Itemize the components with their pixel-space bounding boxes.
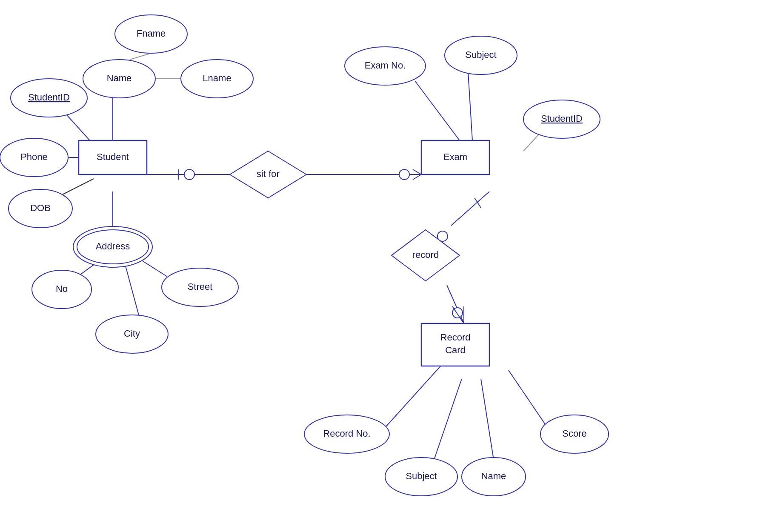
attr-address-label: Address <box>96 241 130 252</box>
line-dob-student <box>62 179 94 195</box>
attr-studentid-student-label: StudentID <box>28 92 70 103</box>
attr-name-rc-label: Name <box>481 471 506 481</box>
attr-dob-label: DOB <box>30 203 51 213</box>
circle1-student-sitfor <box>184 169 194 180</box>
attr-name-label: Name <box>107 73 132 83</box>
attr-fname-label: Fname <box>137 28 166 39</box>
line-city-address <box>126 266 140 321</box>
relation-sit-for-label: sit for <box>257 169 280 179</box>
attr-no-label: No <box>56 283 68 294</box>
line-street-address <box>140 260 167 277</box>
line-score-rc <box>509 370 549 430</box>
entity-rc-label1: Record <box>440 332 471 343</box>
line-examno-exam <box>415 81 460 140</box>
entity-student-label: Student <box>97 152 129 162</box>
line-subject-rc <box>434 379 462 460</box>
entity-rc-label2: Card <box>445 345 466 355</box>
attr-subject-rc-label: Subject <box>406 471 437 481</box>
line-name-rc <box>481 379 494 460</box>
attr-street-label: Street <box>188 281 213 292</box>
attr-lname-label: Lname <box>203 73 231 83</box>
attr-record-no-label: Record No. <box>323 428 370 439</box>
attr-exam-no-label: Exam No. <box>365 60 406 71</box>
line-exam-record1 <box>451 192 489 226</box>
entity-exam-label: Exam <box>443 152 467 162</box>
line-fname-name <box>130 53 151 60</box>
crow1 <box>413 169 421 174</box>
attr-phone-label: Phone <box>20 152 48 162</box>
line-recordno-rc <box>383 364 443 430</box>
attr-city-label: City <box>124 328 140 339</box>
circle2-sitfor-exam <box>399 169 409 180</box>
line-subject-exam <box>468 72 472 140</box>
crow2 <box>413 174 421 180</box>
attr-score-label: Score <box>562 428 586 439</box>
attr-studentid-exam-label: StudentID <box>541 113 583 124</box>
relation-record-label: record <box>412 249 439 260</box>
attr-subject-exam-label: Subject <box>465 49 496 60</box>
